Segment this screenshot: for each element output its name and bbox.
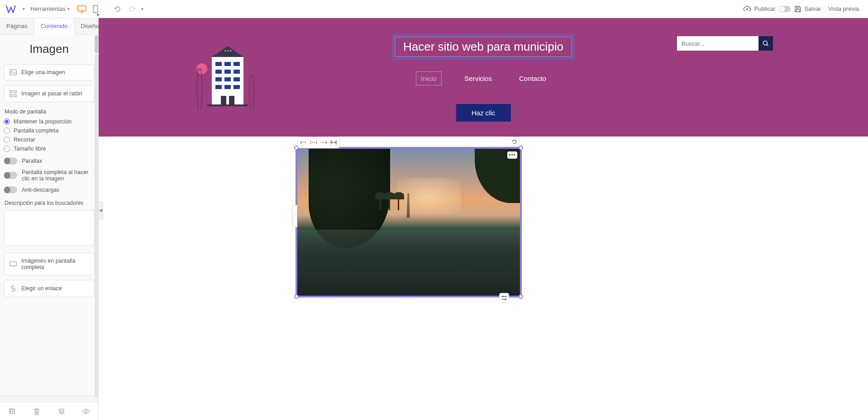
svg-rect-33 <box>207 104 248 106</box>
delete-button[interactable] <box>30 405 43 418</box>
image-more-menu[interactable]: ••• <box>507 151 517 159</box>
radio-icon <box>4 118 10 125</box>
panel-title: Imagen <box>4 42 95 56</box>
grid-icon <box>10 90 17 97</box>
save-button[interactable]: Salvar <box>794 5 821 13</box>
panel-collapse-handle[interactable]: ◀ <box>99 201 103 219</box>
fullscreen-click-toggle[interactable] <box>4 172 17 179</box>
choose-image-label: Elige una imagen <box>21 69 65 76</box>
preview-label: Vista previa <box>828 5 859 12</box>
choose-image-button[interactable]: Elige una imagen <box>4 64 95 80</box>
undo-button[interactable] <box>113 5 122 14</box>
publish-button[interactable]: Publicar <box>743 5 775 12</box>
visibility-button[interactable] <box>80 405 92 418</box>
align-right-button[interactable] <box>319 138 328 147</box>
svg-rect-17 <box>227 50 229 52</box>
site-header[interactable]: Hacer sitio web para municipio Inicio Se… <box>99 18 868 137</box>
publish-toggle[interactable] <box>779 6 791 12</box>
selection-frame: ••• ⋮⋮⋮ <box>296 147 522 297</box>
title-selection-frame[interactable]: Hacer sitio web para municipio <box>392 34 574 59</box>
choose-link-button[interactable]: Elegir un enlace <box>4 280 95 297</box>
fullscreen-click-toggle-row: Pantalla completa al hacer clic en la im… <box>4 169 95 182</box>
app-logo[interactable] <box>5 4 16 14</box>
tools-label: Herramientas <box>30 5 66 12</box>
history-dropdown[interactable]: ▾ <box>141 6 143 11</box>
svg-rect-32 <box>229 96 234 104</box>
publish-label: Publicar <box>754 5 775 12</box>
svg-rect-25 <box>215 77 222 81</box>
bottom-actions <box>0 402 98 420</box>
content-image[interactable] <box>297 149 520 296</box>
svg-point-34 <box>763 41 768 45</box>
desktop-view-button[interactable] <box>76 3 88 15</box>
cta-button[interactable]: Haz clic <box>456 104 511 122</box>
resize-handle-tr[interactable] <box>519 146 523 150</box>
align-toolbar <box>298 137 339 148</box>
save-label: Salvar <box>804 5 821 12</box>
svg-rect-6 <box>14 90 16 93</box>
mobile-view-button[interactable] <box>90 3 101 15</box>
align-center-button[interactable] <box>309 138 318 147</box>
monitor-icon <box>10 261 17 267</box>
radio-icon <box>4 127 10 134</box>
radio-keep-ratio[interactable]: Mantener la proporción <box>4 118 95 125</box>
nav-links: Inicio Servicios Contacto <box>416 71 551 85</box>
header-illustration <box>194 42 259 112</box>
fullscreen-images-button[interactable]: Imágenes en pantalla completa <box>4 253 95 275</box>
drag-grip[interactable]: ⋮⋮⋮ <box>292 205 297 227</box>
selected-image-block[interactable]: ••• ⋮⋮⋮ <box>296 147 522 297</box>
search-input[interactable] <box>677 36 758 51</box>
svg-rect-30 <box>234 85 240 89</box>
align-stretch-button[interactable] <box>329 138 338 147</box>
fullscreen-click-label: Pantalla completa al hacer clic en la im… <box>22 169 95 182</box>
tab-content[interactable]: Contenido <box>34 18 74 35</box>
radio-fullscreen[interactable]: Pantalla completa <box>4 127 95 134</box>
parallax-label: Parallax <box>22 158 42 164</box>
resize-handle-bl[interactable] <box>294 294 299 299</box>
nav-home[interactable]: Inicio <box>416 71 442 85</box>
tab-pages[interactable]: Páginas <box>0 18 34 34</box>
redo-button[interactable] <box>128 5 137 14</box>
seo-desc-label: Descripción para los buscadores <box>5 200 95 206</box>
svg-rect-26 <box>224 77 231 81</box>
anti-download-toggle[interactable] <box>4 186 17 193</box>
radio-crop[interactable]: Recortar <box>4 137 95 143</box>
radio-icon <box>4 137 10 143</box>
image-icon <box>10 69 17 76</box>
canvas[interactable]: Hacer sitio web para municipio Inicio Se… <box>99 18 868 420</box>
svg-rect-15 <box>223 49 232 56</box>
resize-handle-br[interactable] <box>519 294 523 299</box>
svg-rect-29 <box>224 85 231 89</box>
search-button[interactable] <box>758 36 773 51</box>
svg-rect-28 <box>215 85 222 89</box>
nav-contact[interactable]: Contacto <box>515 72 551 85</box>
search-box <box>677 36 773 51</box>
svg-rect-23 <box>224 70 231 74</box>
tools-menu[interactable]: Herramientas ▾ <box>27 4 75 14</box>
screen-mode-radios: Mantener la proporción Pantalla completa… <box>4 118 95 152</box>
nav-services[interactable]: Servicios <box>460 72 496 85</box>
side-tabs: Páginas Contenido Diseño <box>0 18 98 35</box>
align-left-button[interactable] <box>299 138 308 147</box>
horizontal-scrollbar[interactable] <box>0 396 98 402</box>
adjust-button[interactable] <box>499 293 509 303</box>
layers-button[interactable] <box>55 405 68 418</box>
duplicate-button[interactable] <box>6 405 19 418</box>
radio-free[interactable]: Tamaño libre <box>4 146 95 152</box>
preview-button[interactable]: Vista previa <box>825 4 863 14</box>
choose-link-label: Elegir un enlace <box>21 285 62 292</box>
svg-rect-5 <box>10 90 12 93</box>
svg-rect-7 <box>10 94 12 97</box>
hover-image-button[interactable]: Imagen al pasar el ratón <box>4 85 95 102</box>
svg-rect-19 <box>215 62 222 66</box>
svg-rect-27 <box>234 77 240 81</box>
parallax-toggle[interactable] <box>4 157 17 165</box>
seo-desc-textarea[interactable] <box>4 210 95 246</box>
fullscreen-images-label: Imágenes en pantalla completa <box>21 258 89 270</box>
rotate-button[interactable] <box>510 137 520 146</box>
logo-dropdown[interactable]: ▾ <box>23 6 25 11</box>
link-icon <box>10 285 17 292</box>
svg-point-4 <box>11 71 12 72</box>
top-toolbar: ▾ Herramientas ▾ ▾ Publicar Salvar Vista… <box>0 0 868 18</box>
site-title[interactable]: Hacer sitio web para municipio <box>403 40 563 54</box>
